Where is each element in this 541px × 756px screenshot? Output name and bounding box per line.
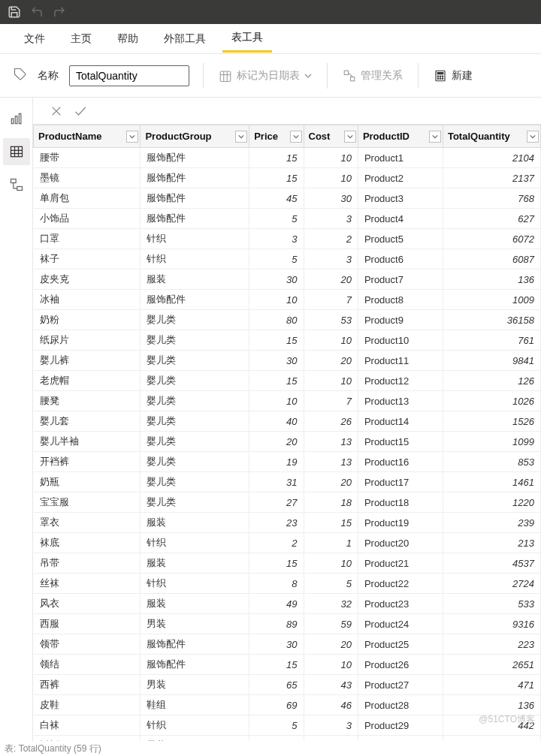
cell-product-id[interactable]: Product11 — [358, 351, 443, 371]
cell-product-group[interactable]: 服饰配件 — [141, 655, 249, 675]
cell-price[interactable]: 19 — [249, 452, 304, 472]
cell-price[interactable]: 5 — [249, 715, 304, 736]
cell-product-id[interactable]: Product3 — [358, 188, 443, 209]
cell-product-name[interactable]: 小饰品 — [34, 209, 141, 229]
cell-product-group[interactable]: 服装 — [141, 553, 249, 574]
cell-product-id[interactable]: Product15 — [358, 432, 443, 452]
cell-product-name[interactable]: 白袜 — [34, 715, 141, 736]
cell-product-group[interactable]: 婴儿类 — [141, 452, 249, 472]
cell-product-id[interactable]: Product1 — [358, 148, 443, 168]
cell-total-quantity[interactable]: 213 — [443, 533, 540, 553]
cell-product-group[interactable]: 针织 — [141, 249, 249, 270]
cell-product-group[interactable]: 服饰配件 — [141, 634, 249, 655]
cell-product-id[interactable]: Product25 — [358, 634, 443, 655]
model-view-button[interactable] — [3, 171, 30, 198]
tab-home[interactable]: 主页 — [62, 26, 101, 52]
table-row[interactable]: 袜子针织53Product66087 — [34, 249, 541, 270]
column-header-total-quantity[interactable]: TotalQuantity — [443, 125, 540, 148]
cell-cost[interactable]: 2 — [304, 229, 358, 249]
tab-external-tools[interactable]: 外部工具 — [155, 26, 215, 52]
table-row[interactable]: 墨镜服饰配件1510Product22137 — [34, 168, 541, 188]
cell-cost[interactable]: 13 — [304, 432, 358, 452]
cell-product-group[interactable]: 针织 — [141, 715, 249, 736]
cell-price[interactable]: 15 — [249, 330, 304, 351]
cell-product-name[interactable]: 冰袖 — [34, 290, 141, 310]
cell-total-quantity[interactable]: 761 — [443, 330, 540, 351]
table-row[interactable]: 冰袖服饰配件107Product81009 — [34, 290, 541, 310]
table-row[interactable]: 丝袜针织85Product222724 — [34, 574, 541, 594]
cell-product-group[interactable]: 服饰配件 — [141, 290, 249, 310]
cell-product-name[interactable]: 衬衫 — [34, 736, 141, 742]
cell-total-quantity[interactable]: 1026 — [443, 391, 540, 411]
table-row[interactable]: 腰带服饰配件1510Product12104 — [34, 148, 541, 168]
cell-cost[interactable]: 20 — [304, 472, 358, 492]
cell-total-quantity[interactable]: 1461 — [443, 472, 540, 492]
cell-product-group[interactable]: 男装 — [141, 614, 249, 634]
cell-product-name[interactable]: 墨镜 — [34, 168, 141, 188]
filter-dropdown-icon[interactable] — [126, 131, 138, 143]
table-row[interactable]: 单肩包服饰配件4530Product3768 — [34, 188, 541, 209]
cell-product-id[interactable]: Product7 — [358, 270, 443, 290]
cell-product-group[interactable]: 服饰配件 — [141, 168, 249, 188]
cell-product-group[interactable]: 鞋组 — [141, 695, 249, 715]
cell-product-name[interactable]: 纸尿片 — [34, 330, 141, 351]
cell-product-id[interactable]: Product13 — [358, 391, 443, 411]
cell-total-quantity[interactable]: 36158 — [443, 310, 540, 330]
cell-product-id[interactable]: Product22 — [358, 574, 443, 594]
cell-total-quantity[interactable]: 853 — [443, 452, 540, 472]
cell-product-id[interactable]: Product20 — [358, 533, 443, 553]
cell-product-id[interactable]: Product9 — [358, 310, 443, 330]
table-row[interactable]: 老虎帽婴儿类1510Product12126 — [34, 371, 541, 391]
cell-product-name[interactable]: 罩衣 — [34, 513, 141, 533]
cell-price[interactable]: 31 — [249, 472, 304, 492]
cell-product-name[interactable]: 领结 — [34, 655, 141, 675]
cell-product-id[interactable]: Product18 — [358, 492, 443, 513]
cell-total-quantity[interactable]: 1526 — [443, 411, 540, 432]
cell-price[interactable]: 15 — [249, 168, 304, 188]
cell-product-name[interactable]: 皮鞋 — [34, 695, 141, 715]
cell-cost[interactable]: 3 — [304, 715, 358, 736]
table-row[interactable]: 奶粉婴儿类8053Product936158 — [34, 310, 541, 330]
cell-product-id[interactable]: Product5 — [358, 229, 443, 249]
table-row[interactable]: 皮鞋鞋组6946Product28136 — [34, 695, 541, 715]
table-row[interactable]: 口罩针织32Product56072 — [34, 229, 541, 249]
table-row[interactable]: 腰凳婴儿类107Product131026 — [34, 391, 541, 411]
cell-price[interactable]: 15 — [249, 553, 304, 574]
cell-price[interactable]: 65 — [249, 675, 304, 695]
cell-total-quantity[interactable]: 1009 — [443, 290, 540, 310]
cell-product-group[interactable]: 婴儿类 — [141, 411, 249, 432]
cell-price[interactable]: 8 — [249, 574, 304, 594]
cell-total-quantity[interactable]: 4537 — [443, 553, 540, 574]
cell-product-group[interactable]: 服饰配件 — [141, 148, 249, 168]
cell-cost[interactable]: 53 — [304, 310, 358, 330]
cell-cost[interactable]: 1 — [304, 533, 358, 553]
cell-product-id[interactable]: Product23 — [358, 594, 443, 614]
cell-product-name[interactable]: 风衣 — [34, 594, 141, 614]
cell-product-name[interactable]: 皮夹克 — [34, 270, 141, 290]
cell-price[interactable]: 15 — [249, 655, 304, 675]
cell-product-name[interactable]: 老虎帽 — [34, 371, 141, 391]
cell-product-name[interactable]: 宝宝服 — [34, 492, 141, 513]
cell-price[interactable]: 69 — [249, 695, 304, 715]
cell-total-quantity[interactable]: 1099 — [443, 432, 540, 452]
cell-product-id[interactable]: Product12 — [358, 371, 443, 391]
cell-price[interactable]: 30 — [249, 270, 304, 290]
table-row[interactable]: 领结服饰配件1510Product262651 — [34, 655, 541, 675]
cell-product-group[interactable]: 婴儿类 — [141, 330, 249, 351]
cell-product-name[interactable]: 丝袜 — [34, 574, 141, 594]
cell-product-name[interactable]: 口罩 — [34, 229, 141, 249]
cell-total-quantity[interactable]: 627 — [443, 209, 540, 229]
cell-cost[interactable]: 43 — [304, 675, 358, 695]
table-row[interactable]: 领带服饰配件3020Product25223 — [34, 634, 541, 655]
tab-file[interactable]: 文件 — [15, 26, 54, 52]
cell-product-id[interactable]: Product24 — [358, 614, 443, 634]
cell-product-group[interactable]: 婴儿类 — [141, 472, 249, 492]
filter-dropdown-icon[interactable] — [344, 131, 356, 143]
cell-cost[interactable]: 10 — [304, 148, 358, 168]
cell-product-id[interactable]: Product27 — [358, 675, 443, 695]
cell-product-group[interactable]: 服装 — [141, 513, 249, 533]
cell-cost[interactable]: 17 — [304, 736, 358, 742]
report-view-button[interactable] — [3, 105, 30, 132]
filter-dropdown-icon[interactable] — [290, 131, 302, 143]
cell-cost[interactable]: 26 — [304, 411, 358, 432]
